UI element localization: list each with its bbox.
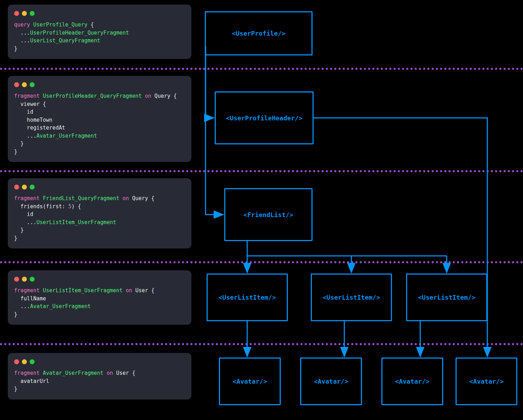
window-dots: [14, 185, 185, 190]
divider-4: [0, 343, 523, 345]
dot-green: [30, 11, 35, 16]
code-panel-userlistitem-fragment: fragment UserListItem_UserFragment on Us…: [8, 270, 191, 325]
component-label: <Avatar/>: [314, 378, 349, 385]
component-user-profile: <UserProfile/>: [205, 11, 313, 55]
window-dots: [14, 277, 185, 282]
component-label: <Avatar/>: [469, 378, 504, 385]
component-avatar-3: <Avatar/>: [381, 358, 443, 405]
code-content: fragment UserListItem_UserFragment on Us…: [14, 287, 185, 318]
code-panel-friendlist-fragment: fragment FriendList_QueryFragment on Que…: [8, 178, 191, 248]
component-label: <UserListItem/>: [219, 294, 276, 301]
dot-yellow: [22, 11, 27, 16]
code-panel-query: query UserProfile_Query { ...UserProfile…: [8, 5, 191, 59]
dot-red: [14, 277, 19, 282]
dot-red: [14, 82, 19, 87]
component-user-list-item-3: <UserListItem/>: [406, 274, 487, 321]
component-label: <FriendList/>: [244, 211, 293, 218]
component-user-profile-header: <UserProfileHeader/>: [215, 91, 314, 144]
dot-red: [14, 359, 19, 364]
component-label: <UserProfileHeader/>: [226, 114, 303, 122]
dot-yellow: [22, 185, 27, 190]
component-label: <UserProfile/>: [232, 30, 286, 37]
code-content: query UserProfile_Query { ...UserProfile…: [14, 21, 185, 53]
code-panel-avatar-fragment: fragment Avatar_UserFragment on User { a…: [8, 353, 191, 400]
component-avatar-2: <Avatar/>: [300, 358, 362, 405]
dot-yellow: [22, 359, 27, 364]
code-panel-header-fragment: fragment UserProfileHeader_QueryFragment…: [8, 76, 191, 162]
component-label: <Avatar/>: [233, 378, 267, 385]
divider-2: [0, 170, 523, 172]
dot-green: [30, 277, 35, 282]
dot-yellow: [22, 82, 27, 87]
dot-yellow: [22, 277, 27, 282]
divider-3: [0, 261, 523, 263]
code-content: fragment UserProfileHeader_QueryFragment…: [14, 92, 185, 156]
component-user-list-item-1: <UserListItem/>: [207, 274, 288, 321]
dot-green: [30, 82, 35, 87]
window-dots: [14, 82, 185, 87]
component-label: <Avatar/>: [395, 378, 430, 385]
component-label: <UserListItem/>: [323, 294, 380, 301]
component-user-list-item-2: <UserListItem/>: [311, 274, 392, 321]
window-dots: [14, 11, 185, 16]
code-content: fragment Avatar_UserFragment on User { a…: [14, 369, 185, 393]
dot-green: [30, 185, 35, 190]
dot-red: [14, 185, 19, 190]
divider-1: [0, 68, 523, 70]
dot-red: [14, 11, 19, 16]
component-avatar-1: <Avatar/>: [219, 358, 281, 405]
code-content: fragment FriendList_QueryFragment on Que…: [14, 194, 185, 242]
component-label: <UserListItem/>: [418, 294, 476, 301]
window-dots: [14, 359, 185, 364]
dot-green: [30, 359, 35, 364]
component-avatar-4: <Avatar/>: [456, 358, 517, 405]
component-friend-list: <FriendList/>: [224, 188, 313, 241]
